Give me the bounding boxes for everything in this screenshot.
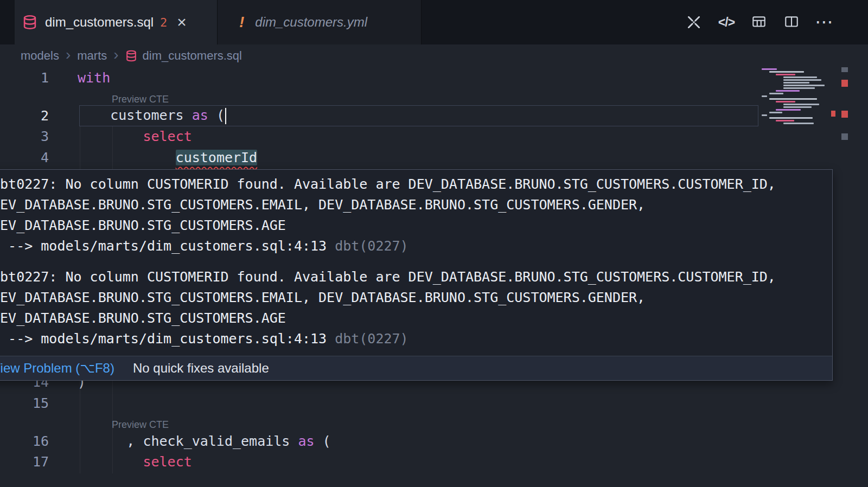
close-icon[interactable]: ×	[177, 14, 187, 30]
line-number: 17	[0, 454, 49, 470]
database-icon	[22, 15, 37, 30]
code-text: customers as (	[78, 107, 226, 124]
diagnostic-message: dbt0227: No column CUSTOMERID found. Ava…	[0, 174, 832, 257]
code-token: customers	[78, 107, 192, 123]
minimap-line	[762, 68, 777, 70]
minimap-line	[783, 82, 809, 84]
code-token: , check_valid_emails	[78, 433, 298, 449]
ruler-mark	[841, 133, 848, 140]
dbt-icon[interactable]	[685, 14, 703, 31]
minimap[interactable]	[762, 68, 837, 125]
code-token: as	[298, 433, 314, 449]
code-token	[78, 150, 176, 165]
overview-ruler[interactable]	[841, 0, 848, 487]
minimap-line	[769, 71, 804, 73]
minimap-line	[762, 95, 767, 97]
code-preview-icon[interactable]: </>	[718, 14, 735, 31]
tab-dim-customers-yml[interactable]: ! dim_customers.yml	[217, 0, 422, 44]
tab-bar-actions: </> ⋯	[685, 0, 833, 44]
diagnostic-text-line: DEV_DATABASE.BRUNO.STG_CUSTOMERS.AGE	[0, 308, 832, 329]
minimap-line	[776, 109, 801, 111]
code-token: as	[192, 107, 208, 123]
code-text: select	[78, 454, 192, 470]
minimap-line	[783, 85, 825, 86]
tab-problem-badge: 2	[160, 16, 167, 29]
code-line-16[interactable]: 16 , check_valid_emails as (	[0, 431, 868, 452]
code-token: (	[315, 433, 331, 449]
view-problem-link[interactable]: View Problem (⌥F8)	[0, 361, 114, 376]
breadcrumb-models[interactable]: models	[21, 49, 59, 63]
diagnostic-text-line: DEV_DATABASE.BRUNO.STG_CUSTOMERS.EMAIL, …	[0, 287, 832, 308]
minimap-line	[762, 114, 767, 116]
diagnostic-text-line: DEV_DATABASE.BRUNO.STG_CUSTOMERS.AGE	[0, 215, 832, 236]
hover-status-bar: View Problem (⌥F8) No quick fixes availa…	[0, 356, 832, 380]
breadcrumb: models › marts › dim_customers.sql	[0, 44, 868, 67]
code-text: customerId	[78, 150, 257, 165]
codelens-preview-cte-link[interactable]: Preview CTE	[112, 419, 169, 431]
ruler-mark	[841, 80, 848, 87]
diagnostic-message: dbt0227: No column CUSTOMERID found. Ava…	[0, 267, 832, 349]
breadcrumb-marts[interactable]: marts	[77, 49, 107, 63]
line-number: 1	[0, 70, 49, 86]
code-line-17[interactable]: 17 select	[0, 452, 868, 473]
minimap-error-marker	[831, 111, 835, 117]
code-token: select	[143, 129, 192, 144]
code-token	[78, 129, 143, 144]
minimap-line	[783, 106, 812, 108]
line-number: 4	[0, 150, 49, 165]
breadcrumb-file[interactable]: dim_customers.sql	[143, 49, 242, 63]
editor-tab-bar: dim_customers.sql 2 × ! dim_customers.ym…	[0, 0, 868, 44]
ruler-mark	[841, 111, 848, 118]
code-line-2[interactable]: 2 customers as (	[0, 105, 868, 126]
diagnostic-location: --> models/marts/dim_customers.sql:4:13	[0, 238, 327, 254]
tab-label: dim_customers.sql	[45, 15, 154, 30]
minimap-line	[776, 101, 795, 102]
diagnostic-code: dbt(0227)	[327, 331, 409, 347]
minimap-line	[783, 87, 815, 89]
chevron-right-icon: ›	[66, 47, 71, 65]
code-text: select	[78, 129, 192, 144]
code-token: with	[78, 70, 110, 86]
split-editor-icon[interactable]	[783, 14, 800, 31]
minimap-line	[783, 104, 819, 105]
code-text: , check_valid_emails as (	[78, 433, 331, 449]
text-cursor	[225, 108, 226, 124]
minimap-line	[776, 90, 800, 92]
error-hover-popup: dbt0227: No column CUSTOMERID found. Ava…	[0, 169, 833, 381]
code-line-3[interactable]: 3 select	[0, 126, 868, 148]
codelens-row: Preview CTE	[0, 88, 868, 105]
code-token: (	[208, 107, 225, 123]
diagnostic-text-line: dbt0227: No column CUSTOMERID found. Ava…	[0, 267, 832, 287]
ruler-mark	[841, 67, 848, 72]
minimap-line	[783, 79, 821, 81]
minimap-line	[769, 98, 817, 100]
tab-label: dim_customers.yml	[255, 15, 367, 30]
line-number: 3	[0, 129, 49, 144]
query-results-icon[interactable]	[750, 14, 768, 31]
hover-messages: dbt0227: No column CUSTOMERID found. Ava…	[0, 170, 832, 356]
minimap-line	[776, 120, 794, 121]
codelens-row: Preview CTE	[0, 414, 868, 431]
database-icon	[125, 50, 137, 62]
code-line-15[interactable]: 15	[0, 393, 868, 414]
code-line-1[interactable]: 1with	[0, 67, 868, 88]
code-token: select	[143, 454, 192, 470]
chevron-right-icon: ›	[113, 47, 118, 65]
code-line-4[interactable]: 4 customerId	[0, 147, 868, 168]
line-number: 16	[0, 433, 49, 449]
more-actions-icon[interactable]: ⋯	[815, 14, 833, 31]
minimap-line	[776, 74, 795, 75]
minimap-line	[783, 76, 817, 78]
codelens-preview-cte-link[interactable]: Preview CTE	[112, 94, 169, 105]
code-token: customerId	[176, 150, 258, 165]
diagnostic-code: dbt(0227)	[327, 238, 409, 254]
diagnostic-text-line: DEV_DATABASE.BRUNO.STG_CUSTOMERS.EMAIL, …	[0, 195, 832, 215]
minimap-line	[769, 93, 783, 94]
line-number: 15	[0, 395, 49, 411]
minimap-line	[783, 123, 814, 124]
diagnostic-location-line: --> models/marts/dim_customers.sql:4:13 …	[0, 329, 832, 349]
minimap-line	[769, 112, 782, 113]
tab-dim-customers-sql[interactable]: dim_customers.sql 2 ×	[15, 0, 217, 44]
vscode-window: dim_customers.sql 2 × ! dim_customers.ym…	[0, 0, 868, 487]
code-text: with	[78, 70, 110, 86]
